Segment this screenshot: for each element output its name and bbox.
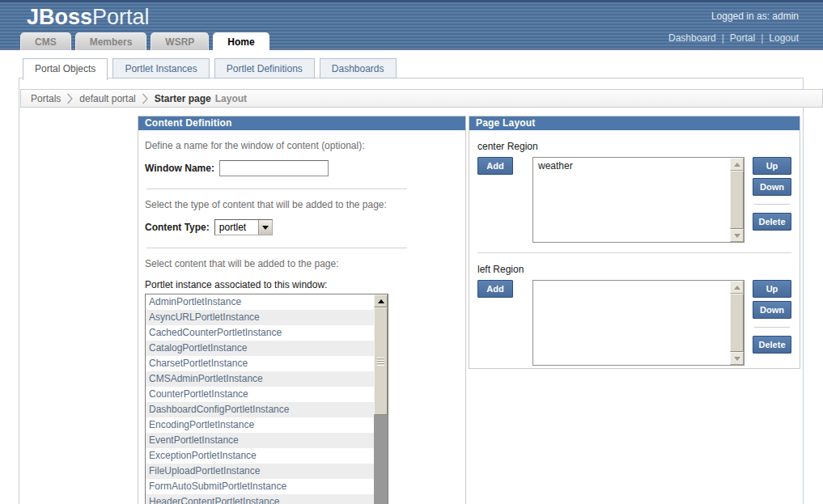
center-region-scrollbar[interactable] (730, 158, 744, 242)
tab-portlet-definitions[interactable]: Portlet Definitions (214, 58, 315, 78)
content-definition-body: Define a name for the window of content … (138, 140, 465, 504)
scroll-down-icon[interactable] (730, 352, 744, 365)
link-separator: | (722, 32, 724, 44)
list-item[interactable]: FileUploadPortletInstance (146, 464, 374, 479)
divider (477, 252, 791, 253)
logged-in-label: Logged in as: (711, 11, 770, 22)
list-item[interactable]: AdminPortletInstance (146, 294, 374, 310)
list-item[interactable]: CounterPortletInstance (146, 387, 374, 402)
top-links: Dashboard|Portal|Logout (668, 32, 799, 44)
tab-cms[interactable]: CMS (20, 32, 71, 50)
scroll-up-icon[interactable] (730, 158, 744, 171)
left-region-listbox[interactable] (532, 280, 745, 366)
center-region-label: center Region (477, 141, 800, 152)
down-button[interactable]: Down (753, 301, 791, 319)
tab-dashboards[interactable]: Dashboards (320, 58, 397, 78)
up-button[interactable]: Up (753, 157, 791, 175)
divider (146, 248, 407, 248)
tab-portal-objects[interactable]: Portal Objects (23, 58, 108, 80)
content-type-selected-value: portlet (215, 222, 258, 233)
tab-portlet-instances[interactable]: Portlet Instances (112, 58, 209, 78)
list-item[interactable]: CharsetPortletInstance (146, 356, 374, 371)
add-button[interactable]: Add (477, 157, 513, 175)
content-definition-panel: Content Definition Define a name for the… (138, 116, 466, 504)
list-item[interactable]: EventPortletInstance (146, 433, 374, 448)
left-region-row: Add Up Down Delete (469, 280, 800, 366)
scrollbar-thumb[interactable] (374, 307, 388, 415)
list-item[interactable]: AsyncURLPortletInstance (146, 310, 374, 325)
list-item[interactable]: CatalogPortletInstance (146, 341, 374, 356)
chevron-down-icon[interactable] (258, 220, 272, 235)
center-region-row: Add weather Up Down Delete (469, 157, 800, 243)
window-name-label: Window Name: (145, 163, 214, 174)
list-item[interactable]: FormAutoSubmitPortletInstance (146, 479, 374, 494)
content-definition-title: Content Definition (138, 116, 465, 130)
scrollbar-thumb[interactable] (730, 171, 744, 229)
scroll-up-icon[interactable] (730, 281, 744, 294)
link-separator: | (761, 32, 763, 44)
window-name-input[interactable] (219, 160, 329, 176)
logo-light-part: Portal (92, 5, 150, 29)
dashboard-link[interactable]: Dashboard (668, 32, 716, 44)
tab-wsrp[interactable]: WSRP (151, 32, 209, 50)
window-name-instruction: Define a name for the window of content … (145, 140, 457, 151)
scroll-up-icon[interactable] (374, 294, 388, 307)
breadcrumb-current-page: Starter page (155, 93, 211, 104)
list-item[interactable]: CachedCounterPortletInstance (146, 325, 374, 341)
logged-in-status: Logged in as: admin (711, 11, 799, 22)
breadcrumb-portals[interactable]: Portals (31, 93, 61, 104)
app-header: JBossPortal Logged in as: admin Dashboar… (0, 0, 823, 50)
app-logo: JBossPortal (27, 5, 150, 30)
logo-bold-part: JBoss (27, 5, 92, 29)
portlet-instance-list-label: Portlet instance associated to this wind… (145, 279, 457, 290)
divider (146, 188, 407, 189)
down-button[interactable]: Down (753, 178, 791, 196)
primary-tab-bar: CMS Members WSRP Home (20, 32, 269, 50)
add-button[interactable]: Add (477, 280, 513, 298)
content-type-instruction: Select the type of content that will be … (145, 199, 457, 210)
scrollbar-thumb[interactable] (730, 294, 744, 352)
left-region-label: left Region (477, 264, 800, 275)
page-layout-title: Page Layout (469, 116, 800, 130)
logged-in-username: admin (772, 11, 799, 22)
list-item[interactable]: CMSAdminPortletInstance (146, 371, 374, 387)
center-region-listbox[interactable]: weather (532, 157, 745, 243)
list-item[interactable]: HeaderContentPortletInstance (146, 494, 374, 504)
tab-members[interactable]: Members (75, 32, 147, 50)
breadcrumb: Portals default portal Starter page Layo… (20, 89, 823, 108)
portal-link[interactable]: Portal (730, 32, 755, 44)
list-item[interactable]: ExceptionPortletInstance (146, 448, 374, 464)
jboss-portal-page: JBossPortal Logged in as: admin Dashboar… (0, 0, 823, 504)
tab-home[interactable]: Home (213, 32, 269, 50)
portlet-list-scrollbar[interactable] (374, 294, 388, 504)
secondary-tab-bar: Portal Objects Portlet Instances Portlet… (23, 58, 397, 80)
portlet-instance-rows: AdminPortletInstance AsyncURLPortletInst… (146, 294, 374, 504)
portlet-instance-listbox[interactable]: AdminPortletInstance AsyncURLPortletInst… (145, 294, 388, 504)
logout-link[interactable]: Logout (769, 32, 799, 44)
list-item[interactable]: weather (533, 158, 744, 172)
divider (754, 204, 790, 205)
content-type-label: Content Type: (145, 222, 210, 233)
list-item[interactable]: DashboardConfigPortletInstance (146, 402, 374, 417)
content-type-select[interactable]: portlet (214, 219, 273, 235)
breadcrumb-separator-icon (66, 92, 74, 105)
select-content-instruction: Select content that will be added to the… (145, 258, 457, 269)
left-region-scrollbar[interactable] (730, 281, 744, 365)
delete-button[interactable]: Delete (753, 213, 791, 231)
breadcrumb-separator-icon (142, 92, 149, 105)
up-button[interactable]: Up (753, 280, 791, 298)
breadcrumb-default-portal[interactable]: default portal (79, 93, 135, 104)
page-layout-panel: Page Layout center Region Add weather Up… (469, 116, 800, 369)
breadcrumb-current-view: Layout (215, 93, 247, 104)
divider (754, 327, 790, 328)
delete-button[interactable]: Delete (753, 336, 791, 354)
scroll-down-icon[interactable] (730, 229, 744, 242)
list-item[interactable]: EncodingPortletInstance (146, 417, 374, 433)
